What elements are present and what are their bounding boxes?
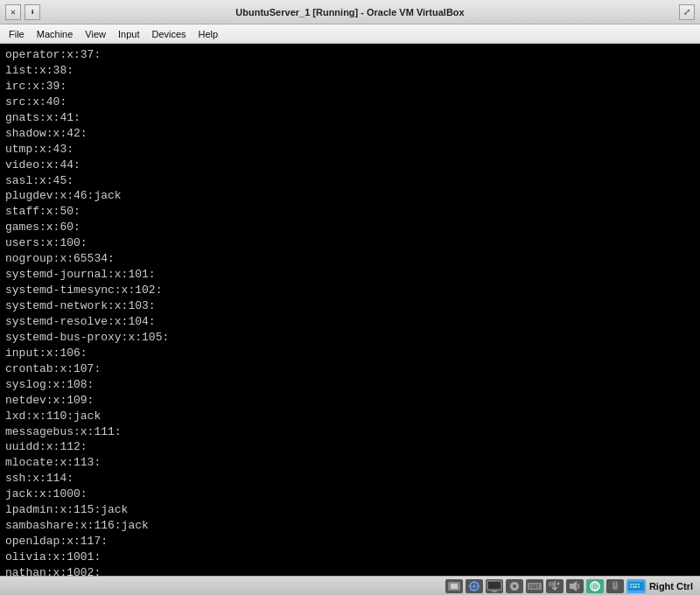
- terminal-line: systemd-bus-proxy:x:105:: [5, 330, 695, 346]
- terminal-line: systemd-timesync:x:102:: [5, 283, 695, 298]
- terminal-line: plugdev:x:46:jack: [5, 188, 695, 204]
- terminal-line: staff:x:50:: [5, 204, 695, 220]
- terminal-line: openldap:x:117:: [5, 534, 695, 550]
- svg-rect-42: [638, 586, 640, 588]
- terminal-line: jack:x:1000:: [5, 486, 695, 502]
- terminal-line: sasl:x:45:: [5, 173, 695, 189]
- terminal-line: input:x:106:: [5, 346, 695, 361]
- terminal-line: users:x:100:: [5, 235, 695, 251]
- terminal-line: list:x:38:: [5, 63, 695, 79]
- terminal-line: utmp:x:43:: [5, 142, 695, 158]
- menu-machine[interactable]: Machine: [32, 27, 79, 41]
- terminal-line: irc:x:39:: [5, 79, 695, 94]
- title-bar-left-buttons[interactable]: ✕ ⬇: [5, 4, 40, 20]
- title-bar-right-buttons[interactable]: ⤢: [679, 4, 695, 20]
- svg-rect-8: [487, 581, 501, 590]
- cd-icon: [506, 579, 523, 593]
- svg-rect-41: [633, 586, 637, 588]
- terminal-line: lpadmin:x:115:jack: [5, 502, 695, 518]
- svg-rect-17: [535, 584, 536, 586]
- window-title: UbuntuServer_1 [Running] - Oracle VM Vir…: [235, 7, 464, 18]
- svg-rect-19: [529, 586, 531, 588]
- terminal-line: systemd-journal:x:101:: [5, 267, 695, 283]
- terminal-output[interactable]: operator:x:37:list:x:38:irc:x:39:src:x:4…: [0, 44, 700, 576]
- keyboard2-icon: [626, 579, 646, 593]
- terminal-line: ssh:x:114:: [5, 471, 695, 486]
- minimize-button[interactable]: ⬇: [24, 4, 40, 20]
- svg-rect-16: [532, 584, 534, 586]
- menu-bar: File Machine View Input Devices Help: [0, 24, 700, 44]
- svg-rect-9: [492, 591, 497, 592]
- svg-rect-15: [529, 584, 531, 586]
- svg-rect-39: [638, 584, 640, 585]
- terminal-line: nathan:x:1002:: [5, 565, 695, 576]
- status-icons: [445, 579, 646, 593]
- title-bar: ✕ ⬇ UbuntuServer_1 [Running] - Oracle VM…: [0, 0, 700, 24]
- svg-rect-36: [630, 584, 632, 585]
- keyboard-icon: [526, 579, 543, 593]
- terminal-line: video:x:44:: [5, 158, 695, 173]
- usb2-icon: [546, 579, 564, 593]
- status-bar: Right Ctrl: [0, 576, 700, 595]
- globe-icon: [586, 579, 604, 593]
- terminal-line: syslog:x:108:: [5, 377, 695, 393]
- terminal-line: systemd-resolve:x:104:: [5, 314, 695, 330]
- mouse-icon: [606, 579, 624, 593]
- svg-rect-20: [532, 586, 536, 588]
- menu-help[interactable]: Help: [193, 27, 224, 41]
- terminal-line: messagebus:x:111:: [5, 424, 695, 440]
- terminal-line: nogroup:x:65534:: [5, 251, 695, 267]
- svg-point-12: [513, 584, 516, 588]
- terminal-line: games:x:60:: [5, 220, 695, 235]
- terminal-line: sambashare:x:116:jack: [5, 518, 695, 534]
- svg-point-24: [556, 582, 559, 584]
- display-icon: [486, 579, 503, 593]
- menu-devices[interactable]: Devices: [146, 27, 191, 41]
- usb-icon: [445, 579, 463, 593]
- terminal-line: olivia:x:1001:: [5, 550, 695, 565]
- right-ctrl-label: Right Ctrl: [649, 581, 693, 592]
- svg-rect-14: [528, 583, 542, 590]
- terminal-line: gnats:x:41:: [5, 110, 695, 126]
- svg-rect-18: [537, 584, 539, 586]
- terminal-line: uuidd:x:112:: [5, 439, 695, 455]
- terminal-line: operator:x:37:: [5, 47, 695, 63]
- terminal-line: lxd:x:110:jack: [5, 409, 695, 424]
- svg-rect-2: [451, 584, 458, 589]
- terminal-line: src:x:40:: [5, 94, 695, 110]
- menu-file[interactable]: File: [4, 27, 30, 41]
- terminal-line: netdev:x:109:: [5, 393, 695, 409]
- menu-input[interactable]: Input: [113, 27, 144, 41]
- terminal-line: shadow:x:42:: [5, 126, 695, 142]
- audio-icon: [566, 579, 584, 593]
- close-button[interactable]: ✕: [5, 4, 21, 20]
- terminal-line: systemd-network:x:103:: [5, 298, 695, 314]
- svg-rect-37: [633, 584, 634, 585]
- maximize-button[interactable]: ⤢: [679, 4, 695, 20]
- svg-rect-40: [630, 586, 632, 588]
- svg-rect-21: [537, 586, 539, 588]
- terminal-line: mlocate:x:113:: [5, 455, 695, 471]
- menu-view[interactable]: View: [80, 27, 111, 41]
- svg-rect-38: [635, 584, 637, 585]
- network-icon: [466, 579, 483, 593]
- terminal-line: crontab:x:107:: [5, 361, 695, 377]
